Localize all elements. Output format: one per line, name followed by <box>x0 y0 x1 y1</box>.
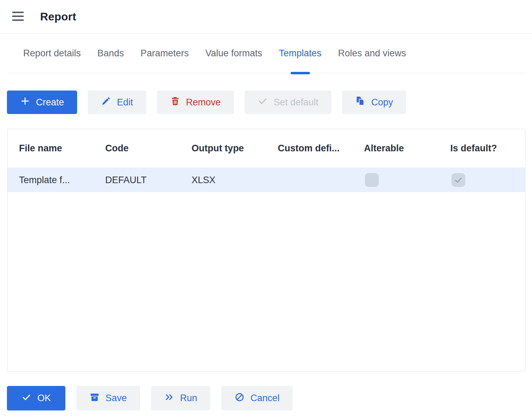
cell-code: DEFAULT <box>94 175 180 186</box>
copy-button[interactable]: Copy <box>342 91 406 114</box>
save-button-label: Save <box>106 393 127 404</box>
ok-button[interactable]: OK <box>7 386 65 410</box>
check-icon <box>454 176 463 185</box>
column-header-output-type[interactable]: Output type <box>180 143 266 154</box>
set-default-button[interactable]: Set default <box>245 91 331 114</box>
tab-roles-and-views[interactable]: Roles and views <box>338 34 406 73</box>
column-header-custom-definition[interactable]: Custom defi... <box>266 143 352 154</box>
alterable-checkbox <box>365 173 379 187</box>
tab-templates[interactable]: Templates <box>279 34 321 73</box>
create-button-label: Create <box>36 97 64 108</box>
run-button[interactable]: Run <box>151 386 211 410</box>
check-icon <box>258 96 268 108</box>
check-icon <box>21 392 31 405</box>
cancel-button-label: Cancel <box>250 393 279 404</box>
tab-bands[interactable]: Bands <box>98 34 124 73</box>
templates-table: File name Code Output type Custom defi..… <box>7 129 525 371</box>
create-button[interactable]: Create <box>7 91 77 114</box>
cancel-button[interactable]: Cancel <box>221 386 293 410</box>
column-header-code[interactable]: Code <box>94 143 180 154</box>
run-button-label: Run <box>180 393 198 404</box>
menu-button[interactable] <box>10 10 26 24</box>
tab-report-details[interactable]: Report details <box>23 34 81 73</box>
top-bar: Report <box>0 0 532 34</box>
copy-button-label: Copy <box>371 97 393 108</box>
is-default-checkbox <box>451 173 465 187</box>
set-default-button-label: Set default <box>274 97 318 108</box>
column-header-file-name[interactable]: File name <box>8 143 94 154</box>
tab-value-formats[interactable]: Value formats <box>205 34 263 73</box>
double-chevron-right-icon <box>164 392 174 405</box>
archive-icon <box>90 392 100 405</box>
table-header-row: File name Code Output type Custom defi..… <box>8 129 525 168</box>
trash-icon <box>170 96 180 108</box>
tab-parameters[interactable]: Parameters <box>140 34 189 73</box>
remove-button[interactable]: Remove <box>157 91 234 114</box>
ok-button-label: OK <box>37 393 51 404</box>
footer-actions: OK Save Run Cancel <box>7 386 532 410</box>
edit-button[interactable]: Edit <box>88 91 146 114</box>
hamburger-icon <box>12 11 24 22</box>
column-header-is-default[interactable]: Is default? <box>439 143 525 154</box>
templates-toolbar: Create Edit Remove Set default <box>7 91 532 114</box>
pencil-icon <box>101 96 111 108</box>
cell-is-default <box>439 173 525 187</box>
column-header-alterable[interactable]: Alterable <box>352 143 439 154</box>
cell-file-name: Template f... <box>8 175 94 186</box>
edit-button-label: Edit <box>117 97 133 108</box>
ban-icon <box>235 392 245 405</box>
page-title: Report <box>40 10 76 23</box>
save-button[interactable]: Save <box>76 386 140 410</box>
copy-icon <box>355 96 365 108</box>
remove-button-label: Remove <box>186 97 221 108</box>
cell-alterable <box>352 173 439 187</box>
tab-bar: Report details Bands Parameters Value fo… <box>7 34 527 73</box>
plus-icon <box>20 96 30 108</box>
table-row[interactable]: Template f... DEFAULT XLSX <box>8 168 525 192</box>
cell-output-type: XLSX <box>180 175 266 186</box>
